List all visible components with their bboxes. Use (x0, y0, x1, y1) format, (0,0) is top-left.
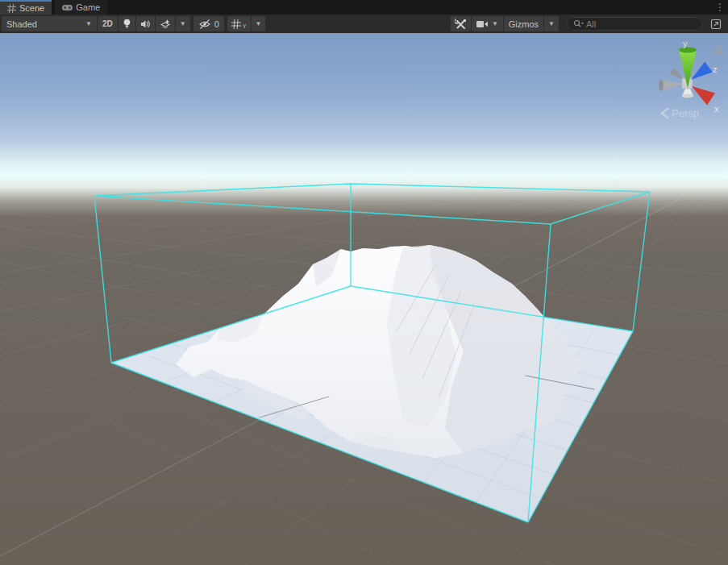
grid-icon (231, 19, 241, 29)
popout-window-icon (710, 19, 722, 30)
gizmos-group: Gizmos ▼ (504, 16, 559, 31)
axis-x-label: x (714, 104, 719, 114)
camera-settings-button[interactable]: ▼ (472, 16, 503, 31)
chevron-down-icon: ▼ (492, 21, 498, 27)
search-icon (573, 19, 584, 28)
axis-y-label: y (683, 39, 688, 48)
audio-toggle-button[interactable] (136, 16, 156, 31)
grid-visibility-toggle[interactable]: Y (227, 16, 252, 31)
axis-z-label: z (713, 64, 718, 74)
tab-scene-label: Scene (19, 3, 44, 13)
draw-mode-label: Shaded (6, 19, 37, 29)
search-value: All (586, 19, 596, 29)
tab-game-label: Game (76, 2, 100, 12)
gizmos-dropdown-arrow[interactable]: ▼ (544, 16, 559, 31)
effects-dropdown-button[interactable]: ▼ (176, 16, 190, 31)
lighting-toggle-button[interactable] (119, 16, 136, 31)
view-tabbar: Scene Game ⋮ (0, 0, 728, 15)
chevron-down-icon: ▼ (548, 21, 555, 27)
camera-icon (476, 20, 489, 28)
grid-axis-label: Y (243, 23, 247, 29)
unity-scene-window: Scene Game ⋮ Shaded ▼ 2D (0, 0, 728, 565)
scene-viewport[interactable]: y z x Persp (0, 33, 728, 565)
scene-search-field[interactable]: All (567, 17, 702, 31)
effects-toggle-button[interactable] (156, 16, 176, 31)
hidden-objects-toggle[interactable]: 0 (193, 16, 224, 31)
tools-wrench-icon (455, 19, 467, 30)
hidden-objects-count: 0 (214, 19, 219, 29)
effects-icon (160, 19, 171, 29)
grid-dropdown-button[interactable]: ▼ (252, 16, 266, 31)
component-tools-button[interactable] (451, 16, 471, 31)
scene-toolbar: Shaded ▼ 2D (0, 15, 728, 33)
tab-game[interactable]: Game (55, 0, 107, 15)
tab-options-kebab-icon[interactable]: ⋮ (712, 0, 728, 15)
tab-scene[interactable]: Scene (0, 0, 52, 15)
grid-visibility-group: Y ▼ (227, 16, 266, 31)
maximize-view-button[interactable] (710, 19, 722, 30)
chevron-down-icon: ▼ (180, 21, 186, 27)
gamepad-icon (62, 4, 73, 11)
2d-toggle-button[interactable]: 2D (98, 16, 118, 31)
chevron-down-icon: ▼ (256, 21, 262, 27)
draw-mode-dropdown[interactable]: Shaded ▼ (2, 16, 97, 31)
2d-toggle-label: 2D (102, 19, 113, 28)
chevron-down-icon: ▼ (85, 21, 92, 27)
gizmos-label: Gizmos (509, 19, 539, 29)
speaker-icon (140, 19, 151, 29)
tabbar-spacer (107, 0, 712, 15)
lightbulb-icon (123, 19, 131, 29)
scene-grid-icon (7, 4, 16, 13)
gizmos-dropdown[interactable]: Gizmos (504, 16, 544, 31)
eye-off-icon (198, 19, 211, 29)
projection-label: Persp (672, 107, 699, 119)
scene-view-toggles: ▼ (119, 16, 190, 31)
